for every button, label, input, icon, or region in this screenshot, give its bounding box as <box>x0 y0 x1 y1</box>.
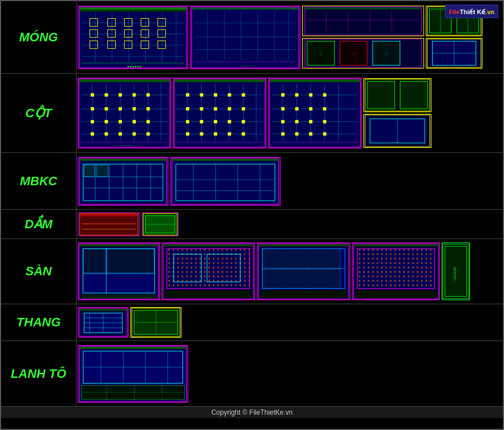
svg-rect-220 <box>164 244 253 246</box>
mong-block-1: ■ ■ ■ ■ ■ ■ <box>78 6 188 69</box>
label-lanh-to: LANH TÔ <box>1 341 77 406</box>
svg-rect-121 <box>214 93 217 97</box>
svg-rect-98 <box>146 120 150 124</box>
svg-rect-45 <box>304 6 422 36</box>
svg-rect-122 <box>228 93 231 97</box>
content-mong: ■ ■ ■ ■ ■ ■ <box>77 1 503 73</box>
svg-rect-124 <box>186 107 189 110</box>
svg-rect-156 <box>281 107 285 110</box>
svg-rect-211 <box>79 244 158 246</box>
svg-rect-142 <box>270 79 359 82</box>
svg-rect-87 <box>133 93 136 97</box>
svg-rect-120 <box>200 93 204 97</box>
content-thang <box>77 304 503 340</box>
content-mbkc <box>77 153 503 209</box>
svg-rect-127 <box>228 107 231 110</box>
san-block-4 <box>352 242 440 300</box>
label-cot: CỘT <box>1 74 77 152</box>
row-san: SÀN <box>1 239 503 304</box>
svg-rect-95 <box>105 120 108 124</box>
watermark: FileThiết Kế.vn <box>445 5 498 18</box>
svg-rect-162 <box>309 120 312 124</box>
svg-rect-100 <box>105 132 108 135</box>
svg-rect-158 <box>309 107 312 110</box>
svg-rect-237 <box>261 290 347 298</box>
svg-rect-166 <box>309 132 312 135</box>
svg-rect-240 <box>354 244 438 246</box>
svg-rect-85 <box>105 93 108 97</box>
thang-block-1 <box>78 307 129 338</box>
svg-rect-155 <box>323 93 327 97</box>
content-san: LEGEND <box>77 239 503 304</box>
svg-rect-46 <box>306 7 421 10</box>
svg-rect-93 <box>146 107 150 110</box>
cot-detail-2 <box>363 114 431 148</box>
row-dam: DẦM <box>1 210 503 239</box>
svg-rect-134 <box>186 132 189 135</box>
label-san: SÀN <box>1 239 77 304</box>
svg-rect-272 <box>82 385 184 399</box>
svg-rect-201 <box>79 213 139 236</box>
dam-block-1 <box>78 212 140 236</box>
content-lanh-to <box>77 341 503 406</box>
cot-detail-1 <box>363 78 431 112</box>
svg-rect-159 <box>323 107 327 110</box>
svg-rect-157 <box>295 107 299 110</box>
svg-rect-72 <box>78 78 170 148</box>
svg-rect-251 <box>80 309 127 311</box>
svg-rect-172 <box>400 82 427 109</box>
svg-rect-171 <box>367 82 395 109</box>
label-mbkc: MBKC <box>1 153 77 209</box>
svg-rect-90 <box>105 107 108 110</box>
svg-rect-235 <box>262 249 340 268</box>
svg-rect-135 <box>200 132 204 135</box>
san-block-5: LEGEND <box>442 242 470 300</box>
svg-text:■ ■ ■ ■ ■ ■: ■ ■ ■ ■ ■ ■ <box>128 65 142 68</box>
dam-block-2 <box>142 212 179 236</box>
cot-block-2 <box>173 78 266 148</box>
svg-rect-244 <box>355 290 436 298</box>
svg-rect-133 <box>242 120 245 124</box>
svg-rect-217 <box>81 295 156 299</box>
san-block-3 <box>257 242 350 300</box>
svg-text:— — — — —: — — — — — <box>240 64 253 67</box>
svg-rect-73 <box>79 79 169 82</box>
svg-rect-86 <box>118 93 122 97</box>
svg-rect-164 <box>281 132 285 135</box>
svg-rect-32 <box>192 7 299 9</box>
svg-rect-97 <box>133 120 136 124</box>
mong-detail-bottom: □ □ □ <box>302 38 424 69</box>
svg-rect-229 <box>259 244 349 246</box>
svg-rect-152 <box>281 93 285 97</box>
svg-rect-129 <box>186 120 189 124</box>
svg-rect-91 <box>118 107 122 110</box>
svg-rect-226 <box>166 290 252 298</box>
main-container: FileThiết Kế.vn MÓNG <box>0 0 504 430</box>
svg-rect-160 <box>281 120 285 124</box>
label-thang: THANG <box>1 304 77 340</box>
svg-rect-123 <box>242 93 245 97</box>
mbkc-block-1 <box>78 157 168 206</box>
svg-text:□: □ <box>386 52 388 56</box>
label-dam: DẦM <box>1 210 77 239</box>
san-block-2 <box>162 242 255 300</box>
svg-rect-96 <box>118 120 122 124</box>
svg-rect-84 <box>91 93 94 97</box>
svg-rect-167 <box>323 132 327 135</box>
svg-rect-202 <box>81 214 138 216</box>
svg-rect-138 <box>242 132 245 135</box>
svg-rect-192 <box>172 158 278 160</box>
svg-rect-107 <box>173 78 265 148</box>
svg-rect-179 <box>80 158 166 160</box>
row-cot: CỘT <box>1 74 503 153</box>
svg-rect-101 <box>118 132 122 135</box>
svg-rect-99 <box>91 132 94 135</box>
svg-rect-137 <box>228 132 231 135</box>
svg-rect-215 <box>83 249 105 273</box>
mbkc-block-2 <box>170 157 281 206</box>
svg-rect-119 <box>186 93 189 97</box>
svg-rect-130 <box>200 120 204 124</box>
svg-rect-132 <box>228 120 231 124</box>
copyright-text: Copyright © FileThietKe.vn <box>211 408 293 416</box>
row-mong: MÓNG <box>1 1 503 74</box>
